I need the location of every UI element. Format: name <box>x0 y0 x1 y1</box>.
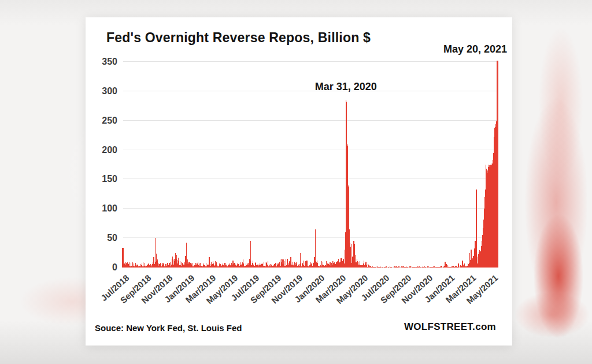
bar <box>426 267 426 268</box>
bar <box>388 267 389 268</box>
bar <box>408 267 408 268</box>
bar <box>398 266 399 268</box>
y-tick-label: 100 <box>86 203 117 214</box>
bar <box>476 190 477 268</box>
bar <box>399 266 400 268</box>
gridline <box>123 179 498 179</box>
annotation-mar-31-2020: Mar 31, 2020 <box>315 81 377 93</box>
bar <box>383 267 383 268</box>
plot-area: Mar 31, 2020 <box>122 62 498 268</box>
y-tick-label: 300 <box>86 86 117 97</box>
bar <box>415 267 416 268</box>
gridline <box>123 61 498 62</box>
bar <box>380 267 381 268</box>
y-tick-label: 0 <box>86 262 117 273</box>
bar <box>458 263 459 268</box>
bar <box>397 267 398 268</box>
gridline <box>123 91 498 91</box>
chart-title: Fed's Overnight Reverse Repos, Billion $ <box>106 30 371 46</box>
bar <box>410 266 411 268</box>
bar <box>427 266 428 268</box>
chart-card: Fed's Overnight Reverse Repos, Billion $… <box>86 17 512 346</box>
source-note: Souce: New York Fed, St. Louis Fed <box>95 323 242 333</box>
gridline <box>123 208 498 209</box>
bar <box>419 266 420 268</box>
y-tick-label: 50 <box>86 232 117 244</box>
y-tick-label: 150 <box>86 173 117 185</box>
gridline <box>123 120 498 121</box>
bar <box>498 61 498 268</box>
y-tick-label: 350 <box>86 56 117 68</box>
bar <box>442 266 442 268</box>
bar <box>376 266 376 268</box>
gridline <box>123 150 498 150</box>
gridline <box>123 237 498 238</box>
annotation-may-20-2021: May 20, 2021 <box>443 43 507 55</box>
bar <box>250 241 251 268</box>
y-tick-label: 200 <box>86 144 117 156</box>
bar <box>429 267 430 268</box>
bar <box>434 266 435 268</box>
brand-wolfstreet: WOLFSTREET.com <box>404 321 496 333</box>
bar <box>386 266 387 268</box>
bar <box>391 267 392 268</box>
bar <box>421 267 421 268</box>
y-tick-label: 250 <box>86 115 117 127</box>
bar <box>423 267 424 268</box>
